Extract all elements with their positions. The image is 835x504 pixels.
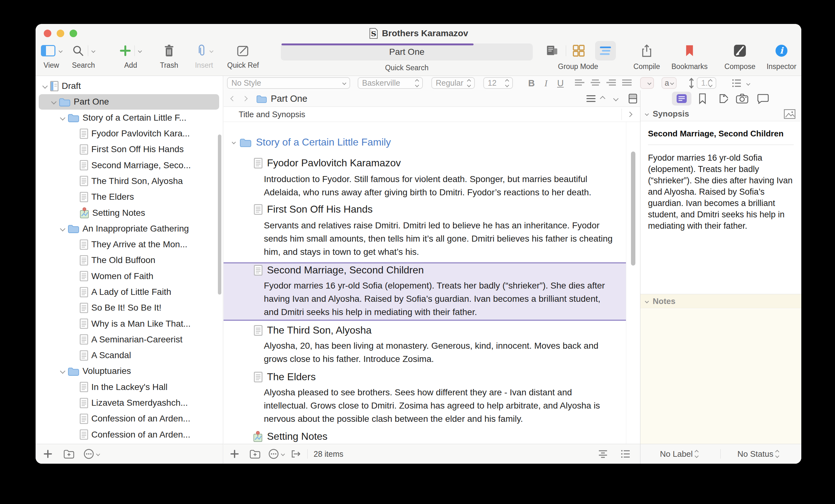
move-items-button[interactable]	[290, 444, 302, 464]
binder-item-voluptuaries[interactable]: Voluptuaries	[36, 363, 223, 379]
bold-button[interactable]: B	[525, 77, 538, 90]
align-center-button[interactable]	[588, 77, 603, 90]
group-mode-scrivenings-button[interactable]	[545, 42, 559, 60]
style-select[interactable]: No Style	[227, 77, 350, 89]
outline-row-synopsis[interactable]: Introduction to Fyodor. Still famous for…	[264, 173, 613, 199]
group-mode-outline-button[interactable]	[599, 42, 613, 60]
binder-scrollbar[interactable]	[218, 135, 221, 295]
align-left-button[interactable]	[572, 77, 587, 90]
underline-button[interactable]: U	[553, 77, 567, 90]
tab-comments[interactable]	[753, 90, 773, 107]
italic-button[interactable]: I	[539, 77, 552, 90]
toolbar-search[interactable]: Search	[68, 42, 99, 69]
binder-item-women-of-faith[interactable]: Women of Faith	[36, 268, 223, 284]
disclosure-chevron-icon[interactable]	[60, 226, 65, 231]
disclosure-chevron-icon[interactable]	[42, 83, 48, 89]
highlight-select[interactable]: a	[661, 77, 677, 89]
outline-row-folder[interactable]: Story of a Certain Little Family	[232, 136, 391, 148]
image-icon[interactable]	[784, 109, 796, 119]
binder-item-confession-2[interactable]: Confession of an Arden...	[36, 427, 223, 443]
split-editor-button[interactable]	[629, 90, 637, 107]
outline-row-synopsis[interactable]: Alyosha pleased to see brothers. Sees ho…	[264, 386, 613, 426]
align-justify-button[interactable]	[619, 77, 634, 90]
binder-item-old-buffoon[interactable]: The Old Buffoon	[36, 252, 223, 268]
binder-item-so-be-it[interactable]: So Be It! So Be It!	[36, 300, 223, 316]
toggle-bullets-button[interactable]	[621, 444, 630, 464]
binder-item-lady-of-little-faith[interactable]: A Lady of Little Faith	[36, 284, 223, 300]
outline-row-title[interactable]: The Third Son, Alyosha	[254, 324, 371, 336]
column-title[interactable]: Title and Synopsis	[239, 107, 305, 122]
binder-item-lackeys-hall[interactable]: In the Lackey's Hall	[36, 379, 223, 395]
text-color-select[interactable]	[640, 77, 654, 89]
toolbar-insert[interactable]: Insert	[187, 42, 221, 69]
binder-item-lizaveta[interactable]: Lizaveta Smerdyashch...	[36, 395, 223, 411]
binder-item-part-one[interactable]: Part One	[36, 94, 223, 109]
align-right-button[interactable]	[604, 77, 618, 90]
item-menu-button[interactable]	[586, 90, 596, 107]
disclosure-chevron-icon[interactable]	[232, 140, 236, 144]
compile-button[interactable]	[640, 42, 654, 60]
binder-item-they-arrive[interactable]: They Arrive at the Mon...	[36, 237, 223, 252]
toggle-synopsis-button[interactable]	[598, 444, 608, 464]
binder-item-second-marriage[interactable]: Second Marriage, Seco...	[36, 157, 223, 173]
compose-button[interactable]	[733, 42, 747, 60]
binder-item-story[interactable]: Story of a Certain Little F...	[36, 110, 223, 126]
outline-row-synopsis[interactable]: Fyodor marries 16 yr-old Sofia (elopemen…	[264, 279, 613, 319]
outline-row-synopsis[interactable]: Servants and relatives raise Dmitri. Dmi…	[264, 219, 613, 259]
font-weight-select[interactable]: Regular	[431, 77, 475, 89]
inspector-button[interactable]	[775, 42, 788, 60]
add-column-button[interactable]	[628, 107, 632, 122]
outline-row-title-selected[interactable]: Second Marriage, Second Children	[254, 264, 424, 276]
binder-item-elders[interactable]: The Elders	[36, 189, 223, 205]
next-document-button[interactable]	[614, 90, 618, 107]
font-size-select[interactable]: 12	[483, 77, 513, 89]
status-select[interactable]: No Status	[737, 444, 779, 464]
outline-row-title[interactable]: The Elders	[254, 371, 316, 383]
list-style-button[interactable]	[731, 77, 742, 90]
add-folder-button[interactable]	[63, 444, 75, 464]
quick-search-field[interactable]: Part One	[281, 43, 533, 60]
tab-bookmarks[interactable]	[693, 90, 712, 107]
binder-item-confession-1[interactable]: Confession of an Arden...	[36, 411, 223, 426]
forward-button[interactable]	[243, 90, 247, 107]
binder-item-draft[interactable]: Draft	[36, 78, 223, 94]
toolbar-quick-ref[interactable]: Quick Ref	[223, 42, 264, 69]
tab-metadata[interactable]	[713, 90, 732, 107]
outline-row-title[interactable]: First Son Off His Hands	[254, 203, 373, 215]
synopsis-card-text[interactable]: Fyodor marries 16 yr-old Sofia (elopemen…	[648, 152, 793, 231]
binder-item-setting-notes[interactable]: Setting Notes	[36, 205, 223, 221]
outline-row-title[interactable]: Setting Notes	[253, 430, 327, 442]
back-button[interactable]	[231, 90, 235, 107]
disclosure-chevron-icon[interactable]	[60, 115, 65, 120]
synopsis-section-header[interactable]: Synopsis	[640, 107, 801, 121]
add-item-button[interactable]	[230, 444, 239, 464]
notes-body[interactable]	[640, 309, 801, 444]
binder-item-inappropriate-gathering[interactable]: An Inappropriate Gathering	[36, 221, 223, 237]
binder-options-button[interactable]	[83, 444, 100, 464]
add-item-button[interactable]	[44, 444, 52, 464]
disclosure-chevron-icon[interactable]	[51, 99, 57, 105]
toolbar-add[interactable]: Add	[112, 42, 149, 69]
binder-item-first-son[interactable]: First Son Off His Hands	[36, 141, 223, 157]
disclosure-chevron-icon[interactable]	[60, 368, 65, 374]
label-select[interactable]: No Label	[660, 444, 698, 464]
binder-item-fyodor[interactable]: Fyodor Pavlovitch Kara...	[36, 126, 223, 141]
outline-row-title[interactable]: Fyodor Pavlovitch Karamazov	[254, 157, 401, 169]
tab-snapshots[interactable]	[732, 90, 752, 107]
synopsis-body[interactable]: Second Marriage, Second Children Fyodor …	[640, 121, 801, 294]
line-spacing-select[interactable]: 1.0	[697, 77, 716, 89]
previous-document-button[interactable]	[601, 90, 605, 107]
notes-section-header[interactable]: Notes	[640, 294, 801, 308]
line-spacing-button[interactable]	[687, 77, 696, 90]
toolbar-trash[interactable]: Trash	[153, 42, 185, 69]
binder-item-third-son[interactable]: The Third Son, Alyosha	[36, 173, 223, 189]
outline-row-synopsis[interactable]: Alyosha, 20, has been living at monaster…	[264, 339, 613, 366]
add-folder-button[interactable]	[249, 444, 261, 464]
binder-item-why-is-a-man[interactable]: Why is a Man Like That...	[36, 316, 223, 331]
options-button[interactable]	[268, 444, 284, 464]
font-select[interactable]: Baskerville	[358, 77, 423, 89]
binder-item-seminarian[interactable]: A Seminarian-Careerist	[36, 332, 223, 347]
bookmarks-button[interactable]	[683, 42, 696, 60]
tab-notes[interactable]	[672, 90, 691, 107]
binder-item-a-scandal[interactable]: A Scandal	[36, 347, 223, 363]
